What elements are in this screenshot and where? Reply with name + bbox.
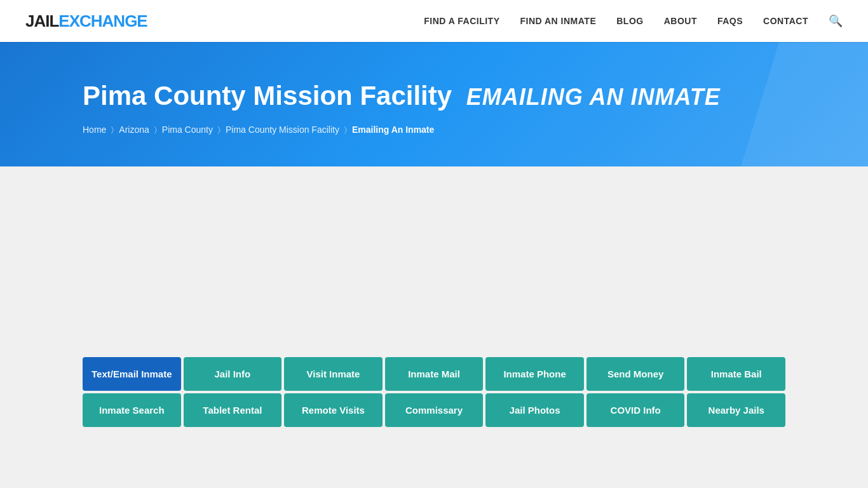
tabs-row-1: Text/Email Inmate Jail Info Visit Inmate… <box>83 357 785 391</box>
tab-inmate-bail[interactable]: Inmate Bail <box>687 357 785 391</box>
nav-find-facility[interactable]: FIND A FACILITY <box>424 16 499 26</box>
logo-jail: JAIL <box>25 11 58 30</box>
tab-jail-info[interactable]: Jail Info <box>184 357 282 391</box>
nav-faqs[interactable]: FAQs <box>717 16 743 26</box>
breadcrumb-pima-county[interactable]: Pima County <box>162 125 213 135</box>
breadcrumb-sep-3: 〉 <box>218 125 220 134</box>
nav-blog[interactable]: BLOG <box>616 16 643 26</box>
tab-nearby-jails[interactable]: Nearby Jails <box>687 393 785 427</box>
breadcrumb-sep-2: 〉 <box>154 125 157 134</box>
tab-covid-info[interactable]: COVID Info <box>587 393 685 427</box>
tab-visit-inmate[interactable]: Visit Inmate <box>284 357 383 391</box>
tab-tablet-rental[interactable]: Tablet Rental <box>184 393 282 427</box>
main-content <box>0 166 868 357</box>
breadcrumb-arizona[interactable]: Arizona <box>119 125 149 135</box>
nav-find-inmate[interactable]: FIND AN INMATE <box>520 16 596 26</box>
breadcrumb-home[interactable]: Home <box>83 125 106 135</box>
tab-text-email[interactable]: Text/Email Inmate <box>83 357 181 391</box>
site-header: JAILEXCHANGE FIND A FACILITY FIND AN INM… <box>0 0 868 42</box>
tab-jail-photos[interactable]: Jail Photos <box>485 393 584 427</box>
nav-about[interactable]: ABOUT <box>664 16 697 26</box>
breadcrumb-current: Emailing An Inmate <box>352 125 434 135</box>
main-nav: FIND A FACILITY FIND AN INMATE BLOG ABOU… <box>424 14 843 28</box>
breadcrumb: Home 〉 Arizona 〉 Pima County 〉 Pima Coun… <box>83 125 785 135</box>
tab-send-money[interactable]: Send Money <box>587 357 685 391</box>
tab-commissary[interactable]: Commissary <box>385 393 484 427</box>
breadcrumb-sep-1: 〉 <box>111 125 114 134</box>
breadcrumb-facility[interactable]: Pima County Mission Facility <box>226 125 339 135</box>
tab-inmate-mail[interactable]: Inmate Mail <box>385 357 484 391</box>
hero-section: Pima County Mission Facility Emailing An… <box>0 42 868 166</box>
nav-contact[interactable]: CONTACT <box>763 16 808 26</box>
tabs-section: Text/Email Inmate Jail Info Visit Inmate… <box>0 357 868 440</box>
breadcrumb-sep-4: 〉 <box>344 125 347 134</box>
logo-exchange: EXCHANGE <box>58 11 147 30</box>
tab-inmate-search[interactable]: Inmate Search <box>83 393 181 427</box>
tab-inmate-phone[interactable]: Inmate Phone <box>485 357 584 391</box>
page-title: Pima County Mission Facility Emailing An… <box>83 80 785 112</box>
search-icon[interactable]: 🔍 <box>829 14 843 28</box>
tab-remote-visits[interactable]: Remote Visits <box>284 393 383 427</box>
title-main: Pima County Mission Facility <box>83 81 452 111</box>
tabs-row-2: Inmate Search Tablet Rental Remote Visit… <box>83 393 785 427</box>
site-logo[interactable]: JAILEXCHANGE <box>25 11 147 31</box>
title-sub: Emailing An Inmate <box>459 84 721 110</box>
